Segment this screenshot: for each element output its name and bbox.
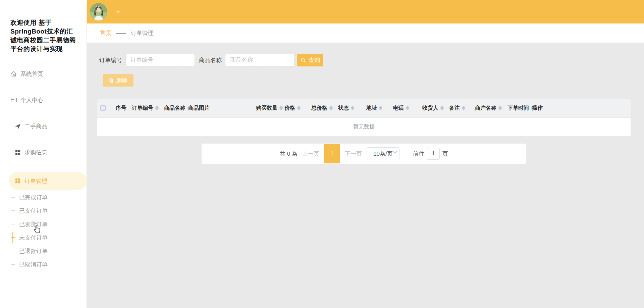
column-label: 商品图片	[188, 105, 210, 112]
sidebar-item-label: 订单管理	[24, 177, 47, 185]
column-header-consignee[interactable]: 收货人	[422, 105, 449, 112]
filter-bar: 订单编号 商品名称 查询	[99, 54, 631, 66]
grid-icon	[14, 149, 21, 156]
breadcrumb-separator	[116, 33, 126, 34]
avatar[interactable]	[90, 3, 107, 20]
column-label: 序号	[116, 105, 126, 112]
sidebar-subitem-paid-orders[interactable]: 已支付订单	[0, 204, 87, 217]
sidebar-subitem-shipped-orders[interactable]: 已发货订单	[0, 217, 87, 231]
topbar	[87, 0, 644, 23]
table-header-row: 序号 订单编号 商品名称 商品图片 购买数量 价格 总价格	[97, 99, 631, 117]
sort-carets-icon[interactable]	[462, 106, 465, 110]
page-size-value: 10条/页	[373, 150, 393, 158]
column-header-product-image: 商品图片	[188, 105, 256, 112]
search-icon	[301, 57, 306, 63]
column-label: 总价格	[311, 105, 327, 112]
chevron-down-icon[interactable]	[116, 11, 120, 13]
column-header-quantity[interactable]: 购买数量	[256, 105, 284, 112]
column-header-order-time[interactable]: 下单时间	[507, 105, 532, 112]
sidebar-item-label: 求购信息	[24, 149, 47, 156]
order-no-label: 订单编号	[99, 56, 122, 64]
sidebar-item-buy-requests[interactable]: 求购信息	[0, 146, 87, 159]
subitem-label: 已取消订单	[19, 261, 48, 268]
column-header-index: 序号	[116, 105, 132, 112]
column-header-total-price[interactable]: 总价格	[311, 105, 338, 112]
order-submenu: 已完成订单 已支付订单 已发货订单 未支付订单 已退款订单 已取消订单	[0, 191, 87, 271]
column-label: 收货人	[422, 105, 438, 112]
main-content: 订单编号 商品名称 查询 删除 序号 订单编	[87, 43, 644, 308]
orders-table: 序号 订单编号 商品名称 商品图片 购买数量 价格 总价格	[97, 99, 631, 136]
goto-label: 前往	[413, 150, 424, 158]
product-name-label: 商品名称	[199, 56, 222, 64]
sidebar-menu: 系统首页 个人中心 二手商品 求购信息	[0, 67, 87, 271]
search-button[interactable]: 查询	[297, 54, 323, 66]
product-name-input[interactable]	[225, 54, 294, 66]
column-header-actions: 操作	[532, 105, 631, 112]
sort-carets-icon[interactable]	[279, 106, 283, 110]
chevron-down-icon	[393, 150, 397, 153]
sidebar-item-label: 系统首页	[20, 70, 43, 78]
column-label: 购买数量	[256, 105, 277, 112]
order-no-input[interactable]	[125, 54, 195, 66]
sidebar-item-label: 个人中心	[20, 96, 43, 104]
sort-carets-icon[interactable]	[406, 106, 409, 110]
sort-carets-icon[interactable]	[297, 106, 301, 110]
sidebar: 欢迎使用 基于SpringBoot技术的汇诚电商校园二手易物阁平台的设计与实现 …	[0, 0, 87, 308]
column-header-price[interactable]: 价格	[284, 105, 311, 112]
column-label: 下单时间	[507, 105, 529, 112]
pagination-total: 共 0 条	[280, 150, 298, 158]
avatar-photo	[90, 3, 107, 20]
column-label: 状态	[338, 105, 349, 112]
column-label: 商户名称	[475, 105, 496, 112]
column-label: 电话	[393, 105, 404, 112]
column-label: 备注	[449, 105, 460, 112]
grid-icon	[14, 177, 21, 184]
prev-page-button[interactable]: 上一页	[302, 150, 319, 158]
current-page-button[interactable]: 1	[324, 144, 340, 163]
table-empty-state: 暂无数据	[97, 117, 631, 136]
column-label: 商品名称	[164, 105, 185, 112]
column-header-product-name[interactable]: 商品名称	[164, 105, 188, 112]
sort-carets-icon[interactable]	[329, 106, 333, 110]
column-header-order-no[interactable]: 订单编号	[132, 105, 164, 112]
subitem-label: 已支付订单	[19, 207, 48, 215]
sort-carets-icon[interactable]	[155, 106, 159, 110]
breadcrumb-home[interactable]: 首页	[100, 29, 111, 37]
page-size-select[interactable]: 10条/页	[367, 147, 399, 160]
breadcrumb-current: 订单管理	[131, 29, 154, 37]
goto-page-input[interactable]	[427, 148, 440, 160]
select-all-checkbox[interactable]	[100, 105, 106, 111]
sort-carets-icon[interactable]	[351, 106, 354, 110]
sort-carets-icon[interactable]	[440, 106, 444, 110]
sidebar-subitem-cancelled-orders[interactable]: 已取消订单	[0, 258, 87, 271]
goto-unit-label: 页	[442, 150, 448, 158]
column-header-address[interactable]: 地址	[366, 105, 393, 112]
profile-card-icon	[10, 97, 17, 103]
column-header-remark[interactable]: 备注	[449, 105, 475, 112]
delete-button-label: 删除	[116, 76, 128, 84]
search-button-label: 查询	[309, 56, 320, 64]
next-page-button[interactable]: 下一页	[345, 150, 362, 158]
pagination-bar: 共 0 条 上一页 1 下一页 10条/页 前往 页	[202, 144, 526, 164]
sidebar-subitem-completed-orders[interactable]: 已完成订单	[0, 191, 87, 204]
sidebar-item-profile[interactable]: 个人中心	[0, 93, 87, 107]
sort-carets-icon[interactable]	[379, 106, 382, 110]
column-header-phone[interactable]: 电话	[393, 105, 422, 112]
sidebar-item-secondhand-goods[interactable]: 二手商品	[0, 119, 87, 133]
sidebar-item-order-management[interactable]: 订单管理	[9, 172, 87, 190]
delete-button[interactable]: 删除	[103, 74, 133, 87]
column-header-status[interactable]: 状态	[338, 105, 366, 112]
sidebar-subitem-refunded-orders[interactable]: 已退款订单	[0, 244, 87, 258]
breadcrumb: 首页 订单管理	[87, 23, 644, 43]
column-label: 价格	[284, 105, 295, 112]
column-header-merchant-name[interactable]: 商户名称	[475, 105, 507, 112]
subitem-label: 已完成订单	[19, 194, 48, 201]
sidebar-item-system-home[interactable]: 系统首页	[0, 67, 87, 81]
sidebar-subitem-unpaid-orders[interactable]: 未支付订单	[0, 231, 87, 244]
column-label: 地址	[366, 105, 377, 112]
column-label: 订单编号	[132, 105, 153, 112]
sort-carets-icon[interactable]	[498, 106, 502, 110]
subitem-label: 已发货订单	[19, 220, 48, 228]
paper-plane-icon	[14, 123, 21, 130]
subitem-label: 未支付订单	[19, 234, 48, 242]
